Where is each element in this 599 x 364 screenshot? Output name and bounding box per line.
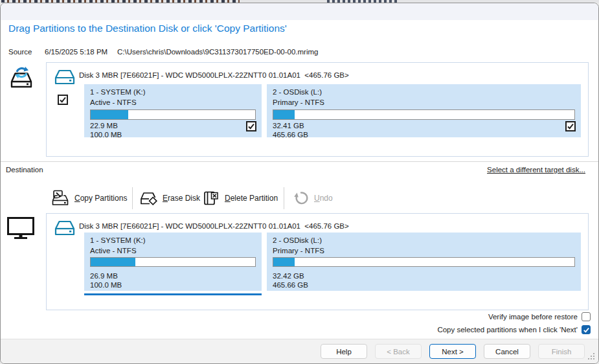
copy-on-next-option: Copy selected partitions when I click 'N… <box>437 325 591 334</box>
partition-type: Active - NTFS <box>90 98 137 106</box>
partition-size: 465.66 GB <box>273 131 308 139</box>
destination-monitor-icon <box>6 216 36 240</box>
finish-button[interactable]: Finish <box>538 344 585 359</box>
help-button[interactable]: Help <box>321 344 367 359</box>
delete-partition-icon <box>203 190 220 207</box>
partition-usage-bar <box>90 109 256 120</box>
cancel-button[interactable]: Cancel <box>484 344 530 359</box>
copy-on-next-checkbox[interactable] <box>582 325 591 334</box>
partition-usage-bar <box>273 109 575 120</box>
partition-usage-fill <box>273 258 295 266</box>
partition-type: Primary - NTFS <box>273 247 324 255</box>
source-label: Source <box>8 48 32 56</box>
resize-grip[interactable] <box>588 353 595 360</box>
restore-wizard-dialog: Drag Partitions to the Destination Disk … <box>0 3 599 364</box>
erase-disk-icon <box>139 190 157 207</box>
destination-partition-1[interactable]: 1 - SYSTEM (K:) Active - NTFS 26.9 MB 10… <box>84 233 262 291</box>
partition-usage-bar <box>273 257 575 267</box>
next-button[interactable]: Next > <box>429 344 476 359</box>
check-icon <box>59 96 67 104</box>
screenshot-root: Drag Partitions to the Destination Disk … <box>0 0 599 364</box>
delete-partition-button[interactable]: Delete Partition <box>203 188 278 208</box>
erase-disk-button[interactable]: Erase Disk <box>139 188 200 208</box>
partition-used: 32.42 GB <box>273 272 304 280</box>
partition-checkbox[interactable] <box>246 121 256 131</box>
dialog-titlebar[interactable] <box>1 3 598 20</box>
undo-icon <box>292 190 309 207</box>
verify-image-option: Verify image before restore <box>488 312 591 321</box>
partition-type: Primary - NTFS <box>273 98 324 106</box>
source-image-timestamp: 6/15/2025 5:18 PM <box>45 48 107 56</box>
source-partition-2[interactable]: 2 - OSDisk (L:) Primary - NTFS 32.41 GB … <box>267 84 581 137</box>
partition-usage-fill <box>91 258 135 266</box>
source-restore-disk-icon <box>7 65 36 93</box>
partition-size: 100.0 MB <box>90 131 122 139</box>
erase-disk-label: Erase Disk <box>163 194 200 203</box>
back-button[interactable]: < Back <box>375 344 422 359</box>
verify-image-checkbox[interactable] <box>582 312 591 321</box>
destination-partition-2[interactable]: 2 - OSDisk (L:) Primary - NTFS 32.42 GB … <box>267 233 581 291</box>
toolbar-separator <box>132 187 133 209</box>
undo-button[interactable]: Undo <box>292 188 333 208</box>
disk-icon <box>53 68 76 86</box>
partition-usage-bar <box>90 257 256 267</box>
partition-name: 2 - OSDisk (L:) <box>273 88 322 96</box>
copy-partitions-label: Copy Partitions <box>74 194 127 203</box>
copy-partitions-button[interactable]: Copy Partitions <box>51 188 127 208</box>
disk-icon <box>53 219 76 237</box>
select-target-disk-link[interactable]: Select a different target disk... <box>487 166 585 174</box>
partition-name: 1 - SYSTEM (K:) <box>90 88 146 96</box>
partition-size: 465.66 GB <box>273 281 308 289</box>
dialog-footer: Help < Back Next > Cancel Finish <box>1 339 598 363</box>
partition-checkbox[interactable] <box>565 121 576 131</box>
partition-used: 26.9 MB <box>90 272 118 280</box>
wizard-heading: Drag Partitions to the Destination Disk … <box>8 23 287 34</box>
partition-usage-fill <box>273 110 295 119</box>
partition-name: 1 - SYSTEM (K:) <box>90 236 146 244</box>
check-icon <box>583 326 590 334</box>
verify-image-label: Verify image before restore <box>488 313 578 321</box>
source-disk-box: Disk 3 MBR [7E66021F] - WDC WD5000LPLX-2… <box>46 62 589 157</box>
destination-label: Destination <box>6 166 43 174</box>
partition-usage-fill <box>91 110 128 119</box>
undo-label: Undo <box>314 194 333 203</box>
partition-used: 22.9 MB <box>90 122 118 130</box>
copy-partitions-icon <box>51 190 69 207</box>
source-disk-title: Disk 3 MBR [7E66021F] - WDC WD5000LPLX-2… <box>79 71 349 79</box>
section-divider <box>1 161 599 162</box>
partition-used: 32.41 GB <box>273 122 304 130</box>
partition-size: 100.0 MB <box>90 281 122 289</box>
source-image-path: C:\Users\chris\Downloads\9C311373017750E… <box>117 48 318 56</box>
destination-disk-title: Disk 3 MBR [7E66021F] - WDC WD5000LPLX-2… <box>79 222 349 230</box>
destination-disk-box: Disk 3 MBR [7E66021F] - WDC WD5000LPLX-2… <box>46 213 589 310</box>
selected-partition-underline <box>84 293 262 295</box>
toolbar-separator <box>284 187 284 209</box>
check-icon <box>567 122 574 130</box>
partition-name: 2 - OSDisk (L:) <box>273 236 322 244</box>
source-partition-1[interactable]: 1 - SYSTEM (K:) Active - NTFS 22.9 MB 10… <box>84 84 262 137</box>
source-disk-checkbox[interactable] <box>58 95 68 105</box>
copy-on-next-label: Copy selected partitions when I click 'N… <box>437 326 578 334</box>
partition-type: Active - NTFS <box>90 247 137 255</box>
check-icon <box>247 122 255 130</box>
delete-partition-label: Delete Partition <box>225 194 278 203</box>
